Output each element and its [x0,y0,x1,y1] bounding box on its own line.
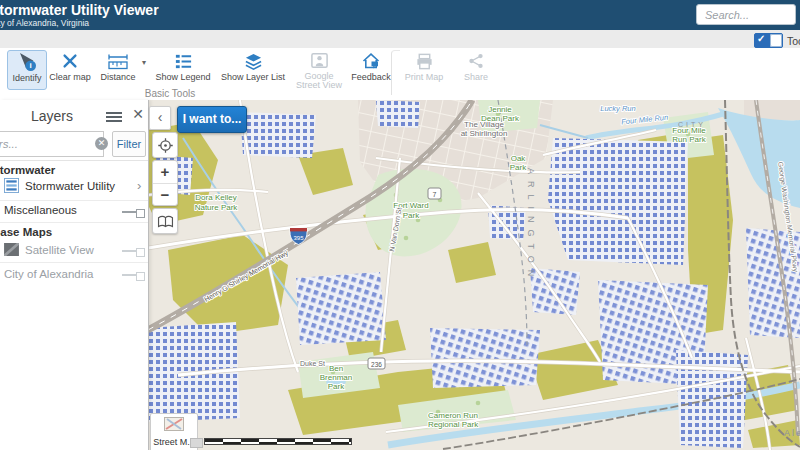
tool-labels-toggle[interactable]: ✓ [754,33,783,48]
panel-divider [0,160,148,161]
section-base-maps: Base Maps [0,226,52,238]
clear-map-button[interactable]: Clear map [45,51,95,87]
locate-me-button[interactable] [152,132,178,158]
svg-text:Regional Park: Regional Park [428,420,479,429]
filter-button[interactable]: Filter [112,131,146,157]
map-label-four-mile-run-park: Four Mile [672,126,706,135]
toggle-knob [770,34,782,47]
map-label-alexandria: Alexandria [784,428,800,438]
google-street-view-button: Google Street View [294,51,344,87]
opacity-slider[interactable] [122,250,144,252]
show-legend-button[interactable]: Show Legend [152,51,214,87]
identify-icon: i [17,52,37,72]
bookmarks-button[interactable] [152,208,178,234]
feedback-button[interactable]: Feedback [348,51,394,87]
layer-row-miscellaneous[interactable]: Miscellaneous [0,200,148,222]
app-window: Stormwater Utility Viewer City of Alexan… [0,0,800,450]
opacity-slider[interactable] [122,211,144,213]
zoom-in-button[interactable]: + [153,161,177,183]
map-label-dora-kelley: Dora Kelley [195,193,236,202]
panel-close-icon[interactable]: ✕ [130,106,146,124]
tool-labels-label: Tool labels [787,35,800,47]
scale-bar [204,438,352,445]
svg-text:236: 236 [371,361,382,368]
layer-row-city-of-alexandria[interactable]: City of Alexandria [0,262,148,286]
share-button: Share [456,51,496,87]
legend-list-icon [174,51,193,71]
share-icon [467,51,485,71]
svg-text:at Shirlington: at Shirlington [461,129,508,138]
show-layer-list-button[interactable]: Show Layer List [216,51,290,87]
zoom-out-button[interactable]: − [153,184,177,206]
map-label-oak-park: Oak [511,154,527,163]
layer-row-stormwater-utility[interactable]: Stormwater Utility › [0,174,148,200]
svg-text:Nature Park: Nature Park [195,203,239,212]
layer-row-satellite-view[interactable]: Satellite View [0,238,148,262]
ruler-icon [107,51,129,71]
app-header: Stormwater Utility Viewer City of Alexan… [0,0,800,30]
route-shield-7: 7 [428,188,441,199]
svg-text:Park: Park [403,211,420,220]
panel-collapse-button[interactable]: ‹ [149,106,171,130]
map-label-ben-brenman: Ben [329,364,343,373]
feedback-home-icon [361,51,381,71]
stormwater-layer-icon [4,178,19,197]
app-subtitle: City of Alexandria, Virginia [0,18,89,28]
map-label-arlington: ARLINGTON [526,168,536,283]
layers-panel-title: Layers [0,108,104,124]
layer-filter-wrap [0,131,104,157]
street-view-icon [310,51,329,70]
search-input[interactable] [696,4,796,25]
route-shield-236: 236 [368,358,385,369]
i-want-to-button[interactable]: I want to... [177,106,247,133]
toolbar-tab-basic-tools[interactable]: Basic Tools [128,88,212,99]
basemap-thumbnail-icon [151,417,197,435]
identify-button[interactable]: i Identify [7,50,47,90]
map-label-lucky-run: Lucky Run [600,104,635,113]
locate-icon [157,137,174,154]
print-map-button: Print Map [400,51,448,87]
map-label-duke-st: Duke St [300,360,325,367]
option-bar [0,30,800,49]
opacity-slider[interactable] [122,274,144,276]
book-icon [157,214,174,229]
satellite-thumbnail-icon [4,242,19,260]
app-title: Stormwater Utility Viewer [0,2,159,18]
print-map-icon [415,51,434,71]
layer-filter-input[interactable] [0,131,104,157]
svg-text:395: 395 [293,235,304,241]
filter-clear-icon[interactable]: ✕ [95,137,108,150]
svg-text:7: 7 [433,191,437,198]
map-canvas[interactable]: 7 236 395 Jennie Dean Park The Village a… [148,100,800,450]
svg-text:Run Park: Run Park [672,135,706,144]
map-label-cameron-run: Cameron Run [428,411,478,420]
chevron-right-icon[interactable]: › [137,178,141,193]
scalebar-logo-icon [190,438,203,448]
panel-menu-icon[interactable] [106,112,122,124]
map-label-village-shirlington: The Village [464,120,504,129]
svg-text:i: i [30,61,32,70]
check-icon: ✓ [757,33,765,44]
distance-dropdown-caret[interactable]: ▾ [142,58,146,67]
svg-text:Park: Park [328,382,345,391]
svg-text:Park: Park [510,163,527,172]
svg-text:Brenman: Brenman [320,373,352,382]
zoom-control: + − [152,160,178,206]
layers-icon [244,51,263,71]
distance-button[interactable]: Distance [96,51,140,87]
map-label-jennie-dean-park: Jennie [488,105,512,114]
row-divider [0,222,148,223]
clear-map-icon [61,51,79,71]
